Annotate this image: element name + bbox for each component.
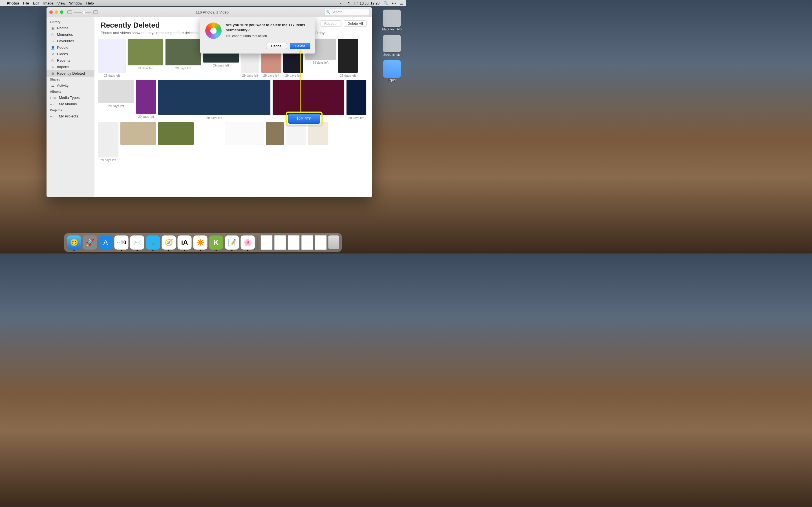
siri-icon[interactable]: •••	[392, 1, 396, 5]
menu-file[interactable]: File	[23, 1, 29, 5]
sidebar-item-people[interactable]: 👤People	[47, 44, 94, 51]
thumbnail-item[interactable]: 29 days left	[165, 39, 201, 77]
thumbnail-size-slider[interactable]	[74, 12, 91, 13]
desktop-folder-papier[interactable]	[383, 60, 401, 78]
photos-icon: ▦	[50, 26, 55, 30]
sidebar-item-media-types[interactable]: ▸▭Media Types	[47, 94, 94, 101]
dock-ia-writer[interactable]: iA	[177, 235, 192, 249]
dock-finder[interactable]: 😊	[67, 235, 81, 249]
dock-document[interactable]	[261, 235, 273, 250]
chevron-right-icon: ▸	[50, 103, 52, 106]
search-field[interactable]: 🔍 Search	[324, 9, 369, 15]
dock-document[interactable]	[301, 235, 313, 250]
dock-document[interactable]	[315, 235, 327, 250]
memories-icon: ◷	[50, 33, 55, 37]
sidebar-item-activity[interactable]: ☁Activity	[47, 82, 94, 89]
main-actions: Recover Delete All	[320, 20, 366, 27]
thumbnail-item[interactable]: 29 days left	[98, 122, 118, 162]
thumbnail-days-left: 29 days left	[349, 116, 364, 119]
sheet-delete-button[interactable]: Delete	[290, 43, 310, 49]
dock-mail[interactable]: ✉️	[130, 235, 144, 249]
thumbnail-image	[120, 122, 156, 145]
annotation-line	[300, 50, 301, 113]
sidebar-item-favourites[interactable]: ♡Favourites	[47, 38, 94, 44]
menu-edit[interactable]: Edit	[33, 1, 39, 5]
sidebar-item-my-albums[interactable]: ▸▭My Albums	[47, 101, 94, 107]
dock-tweetbot[interactable]: 🐦	[146, 235, 160, 249]
annotation-delete-button: Delete	[288, 114, 320, 124]
desktop-folder-label: Papier	[381, 78, 403, 82]
thumbnail-item[interactable]	[158, 122, 194, 162]
thumbnail-image	[266, 122, 284, 145]
sidebar-item-imports[interactable]: ⇩Imports	[47, 64, 94, 70]
thumbnail-item[interactable]	[266, 122, 284, 162]
sidebar-item-recents[interactable]: ◴Recents	[47, 57, 94, 64]
zoom-button[interactable]	[60, 10, 63, 14]
thumbnail-days-left: 29 days left	[138, 66, 153, 70]
dock-calendar[interactable]: JUL10	[114, 235, 129, 249]
sidebar-section-projects: Projects	[47, 107, 94, 113]
desktop-disk-macintosh-hd[interactable]	[383, 10, 401, 27]
dock-trash[interactable]	[328, 236, 339, 249]
dock-app-k[interactable]: K	[209, 235, 223, 249]
thumbnail-item[interactable]: 29 days left	[98, 80, 134, 119]
thumbnail-item[interactable]: 29 days left	[128, 39, 163, 77]
menu-help[interactable]: Help	[86, 1, 94, 5]
sidebar-item-my-projects[interactable]: ▸▭My Projects	[47, 113, 94, 119]
thumbnail-days-left: 29 days left	[213, 64, 229, 67]
thumbnail-item[interactable]	[225, 122, 264, 162]
delete-all-button[interactable]: Delete All	[344, 20, 366, 27]
menu-window[interactable]: Window	[69, 1, 82, 5]
dock-photos[interactable]: 🌸	[241, 235, 255, 249]
thumbnail-days-left: 29 days left	[100, 158, 116, 162]
dock-slack[interactable]: ✴️	[193, 235, 207, 249]
sheet-cancel-button[interactable]: Cancel	[266, 43, 287, 49]
dock-document[interactable]	[288, 235, 300, 250]
sidebar-item-memories[interactable]: ◷Memories	[47, 31, 94, 38]
desktop-folder-screenshots[interactable]	[383, 35, 401, 52]
thumbnail-item[interactable]: 29 days left	[158, 80, 270, 119]
sheet-note: You cannot undo this action.	[225, 34, 310, 38]
notification-center-icon[interactable]: ☰	[400, 1, 403, 5]
close-button[interactable]	[49, 10, 53, 14]
sidebar-item-recently-deleted[interactable]: 🗑Recently Deleted	[47, 70, 94, 76]
thumbnail-image	[225, 122, 264, 145]
thumbnail-item[interactable]: 29 days left	[98, 39, 125, 77]
thumbnail-days-left: 29 days left	[285, 74, 301, 77]
thumbnail-image	[273, 80, 344, 115]
menu-view[interactable]: View	[57, 1, 65, 5]
sidebar-item-label: Memories	[57, 33, 73, 37]
search-placeholder: Search	[332, 10, 342, 14]
thumbnail-item[interactable]	[286, 122, 306, 162]
menubar: Photos File Edit Image View Window Help …	[0, 0, 406, 6]
window-traffic-lights	[49, 10, 63, 14]
minimize-button[interactable]	[55, 10, 58, 14]
menubar-clock[interactable]: Fri 10 Jul 12:28	[354, 1, 380, 5]
sidebar-toggle-icon[interactable]	[67, 10, 72, 14]
dock-launchpad[interactable]: 🚀	[83, 235, 97, 249]
dock-appstore[interactable]: A	[99, 235, 113, 249]
dock-divider	[258, 236, 258, 249]
menu-image[interactable]: Image	[43, 1, 53, 5]
spotlight-icon[interactable]: 🔍	[384, 1, 388, 5]
thumbnail-item[interactable]: 29 days left	[347, 80, 366, 119]
dock-safari[interactable]: 🧭	[162, 235, 176, 249]
recover-button[interactable]: Recover	[320, 20, 342, 27]
dock-document[interactable]	[274, 235, 286, 250]
thumbnail-item[interactable]: 29 days left	[338, 39, 358, 77]
sidebar-item-label: Recents	[57, 58, 70, 62]
screen-mirroring-icon[interactable]: ▭	[340, 1, 343, 5]
filter-icon[interactable]	[93, 10, 98, 14]
dock-notes[interactable]: 📝	[225, 235, 239, 249]
album-icon: ▭	[52, 102, 57, 106]
thumbnail-item[interactable]	[120, 122, 156, 162]
desktop-disk-label: Macintosh HD	[381, 27, 403, 31]
sidebar-item-photos[interactable]: ▦Photos	[47, 25, 94, 31]
thumbnail-item[interactable]: 29 days left	[136, 80, 156, 119]
time-machine-icon[interactable]: ↻	[347, 1, 350, 5]
sidebar-item-places[interactable]: ⚲Places	[47, 51, 94, 57]
thumbnail-item[interactable]	[196, 122, 223, 162]
thumbnail-image	[338, 39, 358, 73]
app-menu[interactable]: Photos	[7, 1, 19, 5]
thumbnail-item[interactable]	[308, 122, 328, 162]
